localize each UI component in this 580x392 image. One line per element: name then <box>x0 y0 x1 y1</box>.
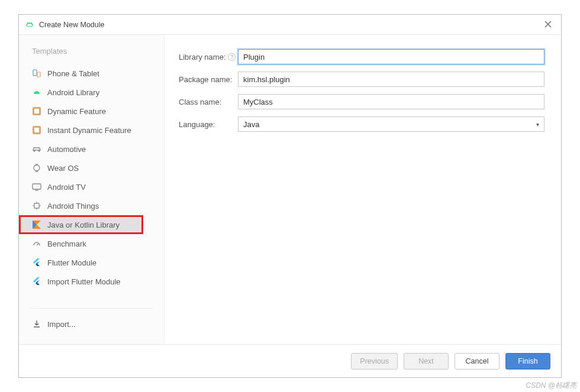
car-icon <box>32 144 41 154</box>
package-name-input[interactable] <box>238 72 544 87</box>
template-label: Instant Dynamic Feature <box>47 126 131 135</box>
template-label: Wear OS <box>47 164 79 173</box>
cancel-button[interactable]: Cancel <box>455 353 500 370</box>
watermark: CSDN @韩曙亮 <box>526 381 576 391</box>
template-label: Android Things <box>47 202 99 210</box>
templates-list: Phone & Tablet Android Library Dynamic F… <box>19 64 164 308</box>
watch-icon <box>32 163 41 173</box>
template-import-flutter[interactable]: Import Flutter Module <box>19 272 164 291</box>
flutter-icon <box>32 258 41 267</box>
close-button[interactable] <box>541 18 555 32</box>
language-label: Language: <box>179 120 238 129</box>
module-icon <box>32 125 41 135</box>
create-module-dialog: Create New Module Templates Phone & Tabl… <box>18 14 562 378</box>
template-label: Dynamic Feature <box>47 107 106 116</box>
template-android-things[interactable]: Android Things <box>19 196 164 215</box>
svg-point-1 <box>31 25 31 25</box>
template-instant-dynamic[interactable]: Instant Dynamic Feature <box>19 121 164 140</box>
dialog-footer: Previous Next Cancel Finish <box>19 344 561 377</box>
template-android-library[interactable]: Android Library <box>19 83 164 102</box>
import-button[interactable]: Import... <box>30 315 153 333</box>
template-phone-tablet[interactable]: Phone & Tablet <box>19 64 164 83</box>
library-name-input[interactable] <box>238 49 544 64</box>
class-name-input[interactable] <box>238 94 544 109</box>
svg-point-0 <box>28 25 28 25</box>
module-icon <box>32 106 41 116</box>
language-select[interactable]: Java ▾ <box>238 116 544 132</box>
language-value: Java <box>243 120 259 129</box>
svg-rect-9 <box>33 184 41 189</box>
svg-rect-7 <box>34 128 39 132</box>
template-label: Java or Kotlin Library <box>47 221 120 229</box>
template-java-kotlin-library[interactable]: Java or Kotlin Library <box>19 215 143 234</box>
template-label: Benchmark <box>47 239 86 248</box>
finish-button[interactable]: Finish <box>505 353 550 370</box>
help-icon[interactable]: ? <box>228 53 236 61</box>
svg-rect-10 <box>34 203 39 208</box>
tv-icon <box>32 182 41 192</box>
android-icon <box>32 88 41 97</box>
package-name-label: Package name: <box>179 75 238 84</box>
template-label: Android TV <box>47 183 86 192</box>
chevron-down-icon: ▾ <box>536 121 539 128</box>
templates-sidebar: Templates Phone & Tablet Android Library… <box>19 35 165 344</box>
import-label: Import... <box>47 320 76 329</box>
flutter-icon <box>32 277 41 286</box>
sidebar-header: Templates <box>19 40 164 64</box>
svg-rect-2 <box>33 70 37 76</box>
import-icon <box>32 319 41 329</box>
kotlin-icon <box>32 220 41 229</box>
form-panel: Library name: ? Package name: Class name… <box>165 35 561 344</box>
template-android-tv[interactable]: Android TV <box>19 177 164 196</box>
svg-rect-3 <box>37 72 40 77</box>
template-label: Android Library <box>47 88 99 97</box>
template-automotive[interactable]: Automotive <box>19 140 164 158</box>
template-label: Flutter Module <box>47 258 96 267</box>
next-button[interactable]: Next <box>404 353 449 370</box>
things-icon <box>32 201 41 210</box>
template-label: Phone & Tablet <box>47 69 99 78</box>
template-flutter-module[interactable]: Flutter Module <box>19 253 164 272</box>
titlebar: Create New Module <box>19 15 561 35</box>
phone-tablet-icon <box>32 69 41 78</box>
previous-button[interactable]: Previous <box>351 353 398 370</box>
template-benchmark[interactable]: Benchmark <box>19 234 164 253</box>
template-label: Automotive <box>47 145 86 154</box>
svg-point-8 <box>34 165 40 171</box>
template-label: Import Flutter Module <box>47 277 121 286</box>
gauge-icon <box>32 239 41 248</box>
svg-rect-5 <box>34 109 39 114</box>
class-name-label: Class name: <box>179 98 238 106</box>
template-wear-os[interactable]: Wear OS <box>19 158 164 177</box>
library-name-label: Library name: ? <box>179 53 238 61</box>
template-dynamic-feature[interactable]: Dynamic Feature <box>19 102 164 121</box>
android-icon <box>25 20 34 30</box>
window-title: Create New Module <box>39 21 541 29</box>
